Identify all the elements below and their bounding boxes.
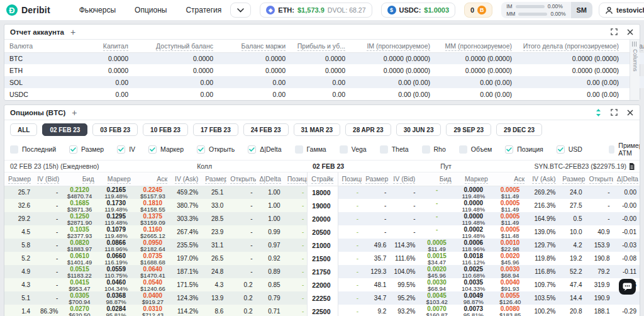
chain-header-бид[interactable]: Бид bbox=[419, 172, 455, 186]
chain-header--delta[interactable]: Δ|Delta bbox=[256, 172, 284, 186]
checkbox-unchecked[interactable] bbox=[295, 145, 303, 154]
account-header-4[interactable]: Прибыль и уб... bbox=[291, 40, 350, 52]
put-bid-cell[interactable]: 0.0020$45.96 bbox=[419, 265, 455, 278]
btc-balance-badge[interactable]: 0 B bbox=[464, 3, 492, 18]
call-ask-cell[interactable]: 0.0540$1240.66 bbox=[135, 278, 171, 291]
put-mark-cell[interactable]: 0.007395.81% bbox=[455, 305, 492, 316]
expiry-tab-02-feb-23[interactable]: 02 FEB 23 bbox=[42, 123, 87, 136]
filter-iv[interactable]: IV bbox=[117, 145, 135, 154]
option-row-21750[interactable]: 4.9-0.0515$1183.220.0559110.75%0.0640$14… bbox=[4, 265, 640, 278]
call-mark-cell[interactable]: 0.0866118.96% bbox=[98, 239, 135, 252]
put-mark-cell[interactable]: 0.0002119.48% bbox=[455, 225, 492, 239]
put-ask-cell[interactable]: 0.0005$11.49 bbox=[492, 212, 528, 225]
chat-support-button[interactable] bbox=[619, 279, 636, 295]
menu-futures[interactable]: Фьючерсы bbox=[79, 6, 116, 14]
call-ask-cell[interactable]: 0.1810$4158.55 bbox=[135, 199, 171, 212]
chain-header-iv-bid-[interactable]: IV (Bid) bbox=[389, 172, 418, 186]
usdc-ticker[interactable]: $ USDC: $1.0003 bbox=[381, 3, 456, 18]
option-row-21500[interactable]: 5.2-0.0610$1401.490.0660116.19%0.0735$16… bbox=[4, 252, 640, 265]
filter-rho[interactable]: Rho bbox=[422, 145, 446, 154]
call-mark-cell[interactable]: 0.0559110.75% bbox=[98, 265, 135, 278]
account-header-7[interactable]: Итого дельта (прогнозируемое) bbox=[517, 40, 624, 52]
put-bid-cell[interactable]: - bbox=[419, 186, 455, 199]
call-ask-cell[interactable]: 0.2245$5157.93 bbox=[135, 186, 171, 199]
option-row-22250[interactable]: 5.1-0.0305$700.940.036898.87%0.0400$919.… bbox=[4, 291, 640, 305]
expiry-tab-31-mar-23[interactable]: 31 MAR 23 bbox=[294, 123, 341, 136]
call-ask-cell[interactable]: 0.0735$1688.68 bbox=[135, 252, 171, 265]
call-ask-cell[interactable]: 0.1375$3159.09 bbox=[135, 212, 171, 225]
filter-гамма[interactable]: Гамма bbox=[295, 145, 326, 154]
call-mark-cell[interactable]: 0.0660116.19% bbox=[98, 252, 135, 265]
put-ask-cell[interactable]: 0.0005$11.48 bbox=[492, 225, 528, 239]
put-bid-cell[interactable]: 0.0015$34.47 bbox=[419, 252, 455, 265]
put-mark-cell[interactable]: 0.0000119.48% bbox=[455, 186, 492, 199]
call-mark-cell[interactable]: 0.1730119.48% bbox=[98, 199, 135, 212]
call-mark-cell[interactable]: 0.036898.87% bbox=[98, 291, 135, 305]
call-bid-cell[interactable]: 0.1035$2377.93 bbox=[61, 225, 97, 239]
put-ask-cell[interactable]: 0.0010$22.98 bbox=[492, 239, 528, 252]
chain-header--delta[interactable]: Δ|Delta bbox=[613, 172, 640, 186]
account-header-3[interactable]: Баланс маржи bbox=[218, 40, 291, 52]
filter-размер[interactable]: Размер bbox=[69, 145, 104, 154]
chain-header-размер[interactable]: Размер bbox=[362, 172, 389, 186]
chain-header-открыть[interactable]: Открыть bbox=[226, 172, 255, 186]
call-bid-cell[interactable]: 0.1685$3871.36 bbox=[61, 199, 97, 212]
instrument-dropdown[interactable] bbox=[230, 3, 251, 18]
menu-options[interactable]: Опционы bbox=[135, 6, 167, 14]
checkbox-unchecked[interactable] bbox=[10, 145, 18, 154]
option-row-22000[interactable]: 4.3-0.0415$953.470.0460104.34%0.0540$124… bbox=[4, 278, 640, 291]
call-ask-cell[interactable]: 0.0950$2182.64 bbox=[135, 239, 171, 252]
account-header-1[interactable]: Капитал bbox=[74, 40, 133, 52]
call-ask-cell[interactable]: 0.0400$919.27 bbox=[135, 291, 171, 305]
options-add-button[interactable]: + bbox=[72, 108, 77, 117]
filter-theta[interactable]: Theta bbox=[380, 145, 409, 154]
call-bid-cell[interactable]: 0.0515$1183.22 bbox=[61, 265, 97, 278]
option-row-22500[interactable]: 1.486.3%0.0270$620.500.028495.81%0.0310$… bbox=[4, 305, 640, 316]
put-mark-cell[interactable]: 0.0035104.33% bbox=[455, 278, 492, 291]
option-row-21000[interactable]: 5.8-0.0820$1883.970.0866118.96%0.0950$21… bbox=[4, 239, 640, 252]
call-ask-cell[interactable]: 0.0640$1470.41 bbox=[135, 265, 171, 278]
expiry-tab-10-feb-23[interactable]: 10 FEB 23 bbox=[143, 123, 188, 136]
deribit-logo[interactable]: Ð Deribit bbox=[6, 4, 50, 16]
put-mark-cell[interactable]: 0.004998.87% bbox=[455, 291, 492, 305]
call-mark-cell[interactable]: 0.028495.81% bbox=[98, 305, 135, 316]
put-mark-cell[interactable]: 0.0025110.68% bbox=[455, 265, 492, 278]
checkbox-checked[interactable] bbox=[248, 145, 256, 154]
filter-последний[interactable]: Последний bbox=[10, 145, 56, 154]
checkbox-checked[interactable] bbox=[197, 145, 205, 154]
chain-header-позиция[interactable]: Позиция bbox=[284, 172, 308, 186]
chain-header-размер[interactable]: Размер bbox=[4, 172, 33, 186]
sm-button[interactable]: SM bbox=[571, 2, 593, 18]
call-bid-cell[interactable]: 0.0305$700.94 bbox=[61, 291, 97, 305]
checkbox-checked[interactable] bbox=[148, 145, 157, 154]
filter--delta[interactable]: Δ|Delta bbox=[248, 145, 281, 154]
chain-header-аск[interactable]: Аск bbox=[492, 172, 528, 186]
option-row-18000[interactable]: 25.7-0.2120$4870.740.2165119.48%0.2245$5… bbox=[4, 186, 640, 199]
filter-vega[interactable]: Vega bbox=[340, 145, 367, 154]
chain-header-iv-ask-[interactable]: IV (Ask) bbox=[528, 172, 558, 186]
put-ask-cell[interactable]: 0.0020$45.96 bbox=[492, 252, 528, 265]
account-expand-icon[interactable] bbox=[610, 28, 618, 36]
call-bid-cell[interactable]: 0.1250$2871.90 bbox=[61, 212, 97, 225]
checkbox-unchecked[interactable] bbox=[340, 145, 348, 154]
put-bid-cell[interactable]: 0.0045$103.42 bbox=[419, 291, 455, 305]
put-bid-cell[interactable]: 0.0005$11.49 bbox=[419, 239, 455, 252]
chain-header-позиция[interactable]: Позиция bbox=[338, 172, 362, 186]
option-row-19000[interactable]: 32.6-0.1685$3871.360.1730119.48%0.1810$4… bbox=[4, 199, 640, 212]
chain-header-маркер[interactable]: Маркер bbox=[98, 172, 135, 186]
filter-примерно-atm[interactable]: Примерно ATM bbox=[609, 142, 640, 157]
put-bid-cell[interactable]: 0.0030$68.94 bbox=[419, 278, 455, 291]
chain-header-iv-ask-[interactable]: IV (Ask) bbox=[171, 172, 201, 186]
call-bid-cell[interactable]: 0.0610$1401.49 bbox=[61, 252, 97, 265]
chain-header-страйк[interactable]: Страйк bbox=[308, 172, 338, 186]
checkbox-checked[interactable] bbox=[557, 145, 565, 154]
chain-header-маркер[interactable]: Маркер bbox=[455, 172, 492, 186]
filter-объем[interactable]: Объем bbox=[459, 145, 492, 154]
chain-header-открыть[interactable]: Открыть bbox=[586, 172, 613, 186]
put-bid-cell[interactable]: - bbox=[419, 212, 455, 225]
call-mark-cell[interactable]: 0.1079119.48% bbox=[98, 225, 135, 239]
option-row-20000[interactable]: 29.2-0.1250$2871.900.1295119.48%0.1375$3… bbox=[4, 212, 640, 225]
call-mark-cell[interactable]: 0.1295119.48% bbox=[98, 212, 135, 225]
expiry-tab-all[interactable]: ALL bbox=[10, 123, 37, 136]
account-header-6[interactable]: ММ (прогнозируемое) bbox=[435, 40, 517, 52]
